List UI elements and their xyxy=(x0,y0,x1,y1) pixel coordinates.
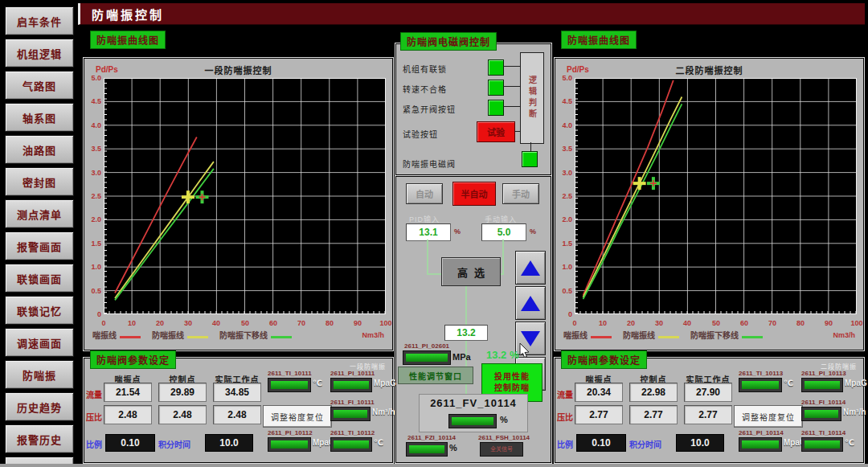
value-display xyxy=(801,378,843,392)
y-tick-label: 3.0 xyxy=(555,169,572,177)
fv-tag-name: 2611_FV_10114 xyxy=(420,397,527,409)
flow-value-field[interactable]: 29.89 xyxy=(158,383,207,402)
value-display xyxy=(268,437,311,452)
ratio-value-field[interactable]: 2.77 xyxy=(684,405,732,424)
increase-fast-button[interactable] xyxy=(515,251,546,285)
output-percent-readout: 13.2 % xyxy=(486,349,518,361)
pi-tag-name: 2611_PI_02601 xyxy=(404,342,449,350)
increase-button[interactable] xyxy=(515,286,546,320)
screen-bottom-edge xyxy=(0,464,868,467)
performance-window-button[interactable]: 性能调节窗口 xyxy=(398,367,473,384)
sidebar-item-7[interactable]: 报警画面 xyxy=(5,231,74,260)
x-tick-label: 20 xyxy=(623,319,639,327)
fsh-tag-name: 2611_FSH_10114 xyxy=(478,434,530,441)
sidebar-item-12[interactable]: 历史趋势 xyxy=(5,392,74,421)
flow-row-label: 流量 xyxy=(557,388,573,400)
fzi-value-display xyxy=(406,442,448,457)
sidebar-item-4[interactable]: 油路图 xyxy=(5,135,74,164)
x-tick-label: 90 xyxy=(350,319,366,327)
sidebar-item-3[interactable]: 轴系图 xyxy=(5,103,74,132)
ratio-value-field[interactable]: 2.77 xyxy=(629,405,678,424)
ratio-value-field[interactable]: 2.77 xyxy=(575,405,623,424)
ratio-value-field[interactable]: 2.48 xyxy=(158,405,207,424)
ratio-value-field[interactable]: 2.48 xyxy=(104,405,152,424)
sidebar-item-5[interactable]: 密封图 xyxy=(5,167,74,196)
value-display xyxy=(330,437,372,452)
y-tick-label: 4.0 xyxy=(555,121,572,129)
solenoid-section-label: 防喘阀电磁阀控制 xyxy=(400,32,497,51)
sidebar-item-10[interactable]: 调速画面 xyxy=(5,328,74,357)
sidebar-item-1[interactable]: 机组逻辑 xyxy=(5,39,74,68)
y-tick-label: 1.5 xyxy=(555,240,572,248)
arrow-up-icon xyxy=(521,296,540,311)
integral-label: 积分时间 xyxy=(629,438,661,450)
legend-item: 喘振线 xyxy=(563,329,612,341)
flow-value-field[interactable]: 20.34 xyxy=(575,383,623,402)
pi-value-display xyxy=(403,350,451,365)
tag-2611_TI_10114: 2611_TI_10114 xyxy=(801,429,845,436)
manual-input-unit: % xyxy=(530,227,536,236)
tag-2611_FI_10114: 2611_FI_10114 xyxy=(801,399,845,406)
integral-field[interactable]: 10.0 xyxy=(205,434,253,452)
flow-value-field[interactable]: 34.85 xyxy=(213,383,261,402)
stage1-params-panel: 一段防喘振喘振点控制点实际工作点流量21.5429.8934.85压比2.482… xyxy=(84,358,393,463)
y-tick-label: 0.5 xyxy=(84,287,101,295)
x-tick-label: 70 xyxy=(293,319,309,327)
unit-label: ℃ xyxy=(845,438,854,447)
pid-input-field[interactable]: 13.1 xyxy=(406,223,451,241)
auto-mode-button[interactable]: 自动 xyxy=(406,183,443,204)
semi-auto-mode-button[interactable]: 半自动 xyxy=(452,182,496,206)
x-tick-label: 90 xyxy=(821,319,837,327)
x-tick-label: 0 xyxy=(96,319,112,327)
x-tick-label: 80 xyxy=(792,319,809,327)
sidebar-item-11[interactable]: 防喘振 xyxy=(5,360,74,389)
x-tick-label: 30 xyxy=(651,319,667,327)
fv-output-box: 2611_FV_10114 % xyxy=(419,394,528,432)
tag-2611_TI_10113: 2611_TI_10113 xyxy=(739,370,783,377)
manual-mode-button[interactable]: 手动 xyxy=(502,183,539,204)
right-params-section-label: 防喘阀参数设定 xyxy=(561,350,647,369)
fzi-tag-name: 2611_FZI_10114 xyxy=(407,434,456,441)
tag-2611_PI_10114: 2611_PI_10114 xyxy=(739,429,784,436)
high-select-button[interactable]: 高选 xyxy=(441,257,501,286)
unit-label: MpaG xyxy=(374,379,396,387)
chart-legend: 喘振线防喘振线防喘振下移线Nm3/h xyxy=(563,329,855,341)
value-display xyxy=(801,407,841,421)
margin-reset-button[interactable]: 调整裕度复位 xyxy=(734,405,803,428)
chart-legend: 喘振线防喘振线防喘振下移线Nm3/h xyxy=(92,329,384,341)
output-setpoint-field[interactable]: 13.2 xyxy=(444,325,488,341)
flow-value-field[interactable]: 22.98 xyxy=(629,383,678,402)
sidebar-item-9[interactable]: 联锁记忆 xyxy=(5,296,74,325)
proportional-field[interactable]: 0.10 xyxy=(105,434,155,452)
emergency-open-label: 紧急开阀按钮 xyxy=(403,103,456,115)
sidebar-item-0[interactable]: 启车条件 xyxy=(5,6,74,35)
signal-line xyxy=(502,240,504,275)
margin-reset-button[interactable]: 调整裕度复位 xyxy=(263,405,332,428)
sidebar-item-13[interactable]: 报警历史 xyxy=(5,424,74,453)
flow-value-field[interactable]: 21.54 xyxy=(104,383,152,402)
proportional-field[interactable]: 0.10 xyxy=(576,434,626,452)
sidebar-item-2[interactable]: 气路图 xyxy=(5,71,74,100)
y-axis-label: Pd/Ps xyxy=(567,65,589,74)
speed-indicator xyxy=(488,80,504,96)
connector-line xyxy=(530,142,531,151)
value-display xyxy=(739,437,782,452)
test-button[interactable]: 试验 xyxy=(477,121,515,142)
y-tick-label: 1.0 xyxy=(555,263,572,271)
pi-unit: MPa xyxy=(452,352,471,362)
fv-value-display xyxy=(448,414,497,428)
flow-value-field[interactable]: 27.90 xyxy=(684,383,732,402)
interlock-indicator xyxy=(488,59,504,76)
value-display xyxy=(330,407,371,421)
legend-item: 喘振线 xyxy=(92,329,141,341)
integral-field[interactable]: 10.0 xyxy=(676,434,724,452)
legend-item: 防喘振下移线 xyxy=(690,329,763,341)
ratio-value-field[interactable]: 2.48 xyxy=(213,405,261,424)
manual-input-field[interactable]: 5.0 xyxy=(481,223,526,241)
y-tick-label: 0 xyxy=(555,310,572,318)
solenoid-valve-label: 防喘振电磁阀 xyxy=(403,158,456,170)
chart-title: 二段防喘振控制 xyxy=(555,63,863,76)
sidebar-item-6[interactable]: 测点清单 xyxy=(5,199,74,228)
y-tick-label: 2.0 xyxy=(555,215,572,223)
sidebar-item-8[interactable]: 联锁画面 xyxy=(5,264,74,293)
